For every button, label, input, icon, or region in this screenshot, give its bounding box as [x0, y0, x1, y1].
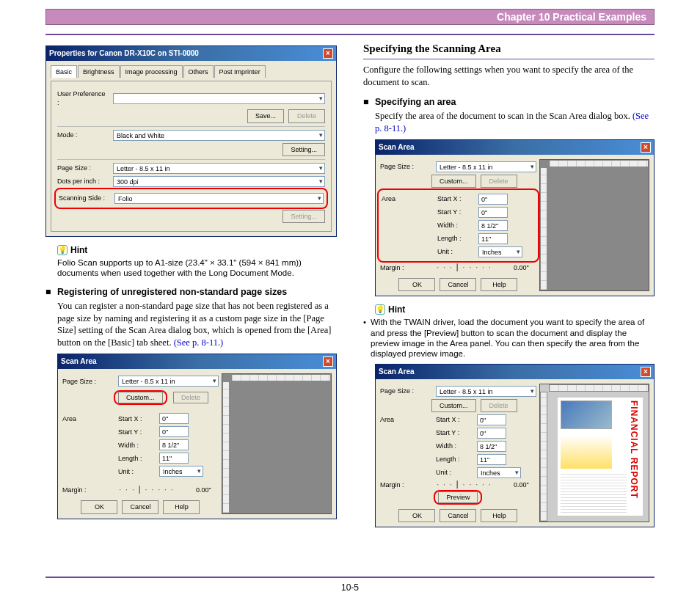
side-setting-button: Setting... [282, 210, 325, 223]
link-p811[interactable]: (See p. 8-11.) [174, 337, 224, 348]
mode-combo[interactable]: Black and White [113, 130, 325, 141]
margin-slider[interactable]: · · · ┃ · · · · · [118, 486, 192, 494]
scanside-combo[interactable]: Folio [114, 193, 324, 204]
hint-text: Folio Scan supports up to A1-size (23.4"… [45, 257, 337, 279]
starty-input[interactable]: 0" [477, 428, 506, 439]
cancel-button[interactable]: Cancel [440, 509, 476, 522]
length-label: Length : [118, 454, 155, 463]
delete-button: Delete [288, 109, 325, 122]
intro-text: Configure the following settings when yo… [363, 64, 655, 89]
width-input[interactable]: 8 1/2" [159, 439, 189, 450]
save-button[interactable]: Save... [247, 109, 284, 122]
custom-button[interactable]: Custom... [118, 392, 163, 403]
delete-button: Delete [173, 392, 208, 403]
startx-input[interactable]: 0" [159, 413, 189, 424]
margin-slider[interactable]: · · · ┃ · · · · · [436, 263, 509, 272]
width-label: Width : [436, 442, 473, 450]
heading-rule [363, 59, 655, 59]
tab-basic[interactable]: Basic [51, 65, 77, 78]
tab-image-processing[interactable]: Image processing [120, 65, 183, 78]
heading-scanning-area: Specifying the Scanning Area [363, 41, 655, 56]
tab-post-imprinter[interactable]: Post Imprinter [214, 65, 266, 78]
scan-area-dialog: Scan Area× Page Size :Letter - 8.5 x 11 … [375, 139, 655, 296]
mode-label: Mode : [57, 131, 109, 139]
delete-button: Delete [481, 175, 517, 188]
length-input[interactable]: 11" [159, 453, 189, 464]
startx-input[interactable]: 0" [478, 194, 508, 205]
ruler-horizontal [549, 160, 649, 167]
hint-label: Hint [388, 304, 405, 315]
pagesize-combo[interactable]: Letter - 8.5 x 11 in [113, 163, 325, 174]
starty-input[interactable]: 0" [159, 426, 189, 437]
mode-setting-button[interactable]: Setting... [282, 143, 325, 156]
margin-label: Margin : [380, 480, 431, 489]
close-icon[interactable]: × [641, 367, 651, 377]
properties-dialog: Properties for Canon DR-X10C on STI-0000… [45, 45, 337, 237]
userpref-label: User Preference : [57, 89, 109, 107]
close-icon[interactable]: × [323, 356, 333, 367]
unit-combo[interactable]: Inches [159, 466, 203, 477]
ruler-horizontal [231, 374, 331, 381]
close-icon[interactable]: × [323, 48, 333, 59]
preview-doc-title: FINANCIAL REPORT [628, 400, 640, 513]
pagesize-combo[interactable]: Letter - 8.5 x 11 in [436, 161, 536, 172]
ok-button[interactable]: OK [398, 509, 435, 522]
startx-label: Start X : [437, 194, 474, 203]
cancel-button[interactable]: Cancel [440, 278, 476, 291]
margin-label: Margin : [62, 486, 114, 494]
bulb-icon: 💡 [57, 245, 68, 255]
unit-combo[interactable]: Inches [477, 467, 521, 478]
footer-rule [45, 577, 655, 578]
hint-label: Hint [70, 244, 87, 256]
custom-button[interactable]: Custom... [431, 175, 476, 188]
ruler-vertical [540, 167, 547, 290]
length-input[interactable]: 11" [477, 454, 506, 465]
area-label: Area [380, 415, 431, 424]
dpi-combo[interactable]: 300 dpi [113, 176, 325, 187]
scan-area-dialog: Scan Area× Page Size :Letter - 8.5 x 11 … [57, 354, 337, 519]
pagesize-label: Page Size : [380, 162, 431, 171]
preview-pane [222, 373, 332, 513]
cancel-button[interactable]: Cancel [122, 500, 158, 513]
ok-button[interactable]: OK [398, 278, 435, 291]
width-input[interactable]: 8 1/2" [478, 220, 508, 231]
preview-pane [539, 159, 649, 291]
bulb-icon: 💡 [375, 304, 385, 315]
dialog-title: Properties for Canon DR-X10C on STI-0000 [49, 48, 199, 59]
margin-value: 0.00" [196, 486, 211, 494]
width-label: Width : [437, 221, 474, 230]
starty-input[interactable]: 0" [478, 207, 508, 218]
margin-label: Margin : [380, 263, 431, 272]
margin-value: 0.00" [514, 263, 529, 272]
custom-button[interactable]: Custom... [431, 399, 476, 412]
help-button[interactable]: Help [481, 278, 517, 291]
area-label: Area [62, 414, 114, 423]
close-icon[interactable]: × [641, 142, 651, 153]
help-button[interactable]: Help [481, 509, 517, 522]
userpref-combo[interactable] [113, 93, 325, 104]
ok-button[interactable]: OK [81, 500, 117, 513]
body-specifying: Specify the area of the document to scan… [363, 110, 655, 135]
tab-others[interactable]: Others [183, 65, 214, 78]
preview-image [561, 400, 612, 429]
tab-brightness[interactable]: Brightness [78, 65, 120, 78]
preview-text [561, 473, 627, 513]
pagesize-combo[interactable]: Letter - 8.5 x 11 in [118, 376, 219, 387]
area-label: Area [382, 194, 433, 203]
startx-input[interactable]: 0" [477, 414, 506, 425]
unit-combo[interactable]: Inches [478, 246, 522, 257]
width-label: Width : [118, 441, 155, 450]
margin-slider[interactable]: · · · ┃ · · · · · [436, 480, 509, 489]
help-button[interactable]: Help [163, 500, 200, 513]
ruler-vertical [540, 392, 547, 522]
preview-button[interactable]: Preview [438, 491, 478, 503]
ruler-horizontal [549, 384, 649, 392]
chapter-header: Chapter 10 Practical Examples [45, 9, 655, 25]
preview-page: FINANCIAL REPORT [558, 398, 643, 516]
pagesize-combo[interactable]: Letter - 8.5 x 11 in [436, 386, 536, 397]
preview-pane[interactable]: FINANCIAL REPORT [539, 384, 649, 523]
dialog-title: Scan Area [61, 356, 97, 367]
left-column: Properties for Canon DR-X10C on STI-0000… [45, 41, 337, 535]
width-input[interactable]: 8 1/2" [477, 441, 506, 452]
length-input[interactable]: 11" [478, 233, 508, 244]
